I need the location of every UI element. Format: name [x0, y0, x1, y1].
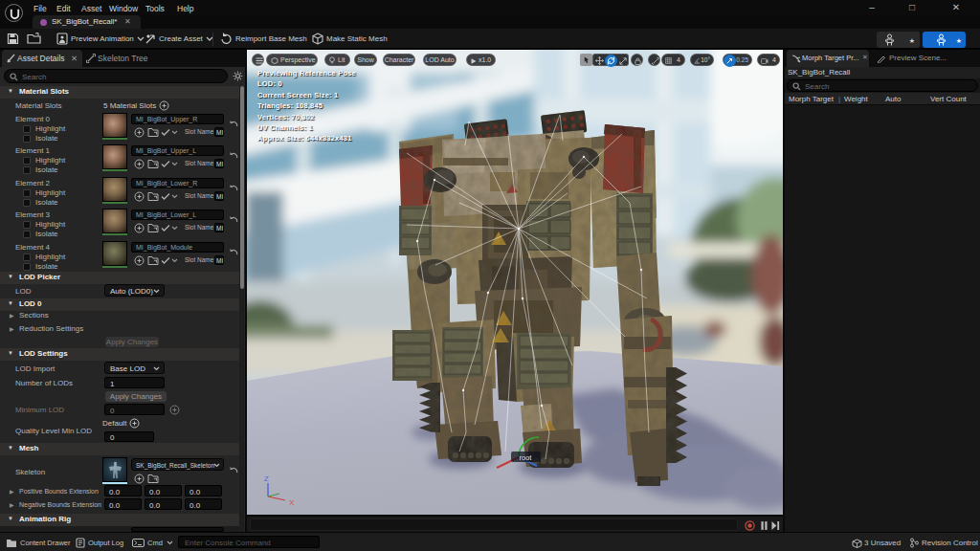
svg-text:root: root: [520, 453, 533, 462]
svg-text:Z: Z: [264, 474, 269, 483]
svg-text:X: X: [289, 498, 295, 507]
